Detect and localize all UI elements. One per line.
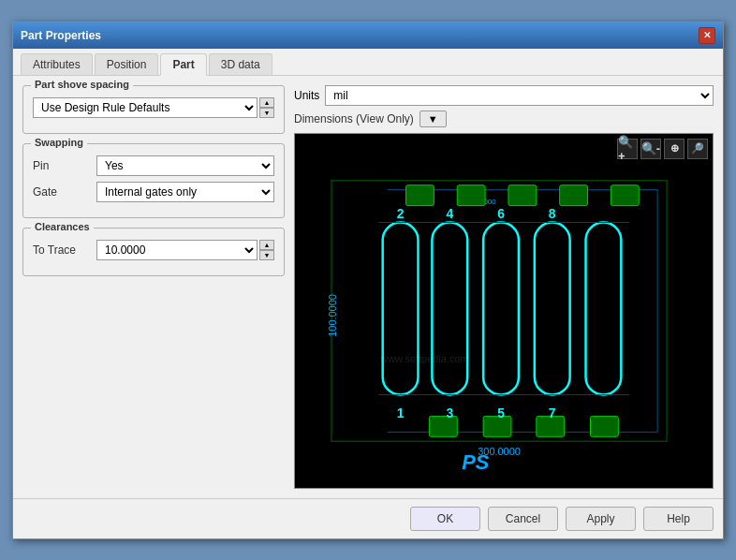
- pcb-svg: 300.0000 100.0000 100.0000: [295, 134, 713, 488]
- dimensions-label: Dimensions (View Only): [294, 112, 414, 125]
- part-shove-select[interactable]: Use Design Rule Defaults Custom: [33, 97, 258, 118]
- left-panel: Part shove spacing Use Design Rule Defau…: [22, 85, 285, 489]
- part-shove-label: Part shove spacing: [31, 79, 133, 90]
- gate-wrapper: Internal gates only All gates No: [96, 182, 274, 202]
- main-window: Part Properties ✕ Attributes Position Pa…: [12, 22, 724, 539]
- clearances-label: Clearances: [31, 221, 94, 232]
- units-row: Units mil mm inch: [294, 85, 714, 106]
- zoom-controls: 🔍+ 🔍- ⊕ 🔎: [617, 139, 708, 159]
- to-trace-down[interactable]: ▼: [259, 250, 274, 260]
- units-select[interactable]: mil mm inch: [325, 85, 714, 106]
- zoom-area-button[interactable]: 🔎: [687, 139, 708, 159]
- svg-text:4: 4: [446, 205, 453, 220]
- title-bar: Part Properties ✕: [13, 22, 723, 49]
- svg-rect-10: [457, 184, 485, 205]
- window-title: Part Properties: [21, 29, 101, 42]
- svg-text:8: 8: [549, 205, 556, 220]
- units-label: Units: [294, 89, 319, 102]
- tab-position[interactable]: Position: [95, 53, 159, 75]
- cancel-button[interactable]: Cancel: [488, 507, 558, 531]
- title-bar-buttons: ✕: [699, 27, 715, 44]
- tab-part[interactable]: Part: [160, 53, 206, 76]
- pin-wrapper: Yes No: [96, 155, 274, 176]
- part-shove-spinner: ▲ ▼: [259, 97, 274, 118]
- to-trace-spinner: ▲ ▼: [259, 240, 274, 260]
- svg-text:7: 7: [549, 405, 556, 420]
- part-shove-down[interactable]: ▼: [259, 108, 274, 118]
- to-trace-up[interactable]: ▲: [259, 240, 274, 250]
- svg-text:100.0000: 100.0000: [327, 294, 338, 337]
- svg-text:2: 2: [397, 205, 405, 220]
- zoom-out-button[interactable]: 🔍-: [640, 139, 661, 159]
- to-trace-select[interactable]: 10.0000 5.0000 20.0000: [96, 240, 258, 260]
- tab-3d-data[interactable]: 3D data: [209, 53, 272, 75]
- close-button[interactable]: ✕: [699, 27, 715, 44]
- zoom-in-button[interactable]: 🔍+: [617, 139, 638, 159]
- gate-label: Gate: [33, 185, 89, 199]
- svg-rect-12: [508, 184, 537, 205]
- swapping-group: Swapping Pin Yes No Gate Internal gates: [22, 143, 285, 218]
- svg-text:5: 5: [497, 405, 505, 420]
- zoom-fit-button[interactable]: ⊕: [664, 139, 684, 159]
- ok-button[interactable]: OK: [410, 507, 480, 531]
- help-button[interactable]: Help: [643, 507, 714, 531]
- svg-rect-14: [560, 184, 588, 205]
- to-trace-label: To Trace: [33, 243, 89, 257]
- part-shove-up[interactable]: ▲: [259, 97, 274, 108]
- svg-rect-24: [591, 416, 619, 436]
- pin-select[interactable]: Yes No: [96, 155, 274, 176]
- svg-text:PS: PS: [462, 450, 490, 474]
- svg-rect-16: [611, 184, 639, 205]
- svg-text:1: 1: [397, 405, 405, 420]
- pin-label: Pin: [33, 159, 89, 172]
- swapping-label: Swapping: [31, 137, 87, 148]
- svg-text:6: 6: [497, 205, 505, 220]
- part-shove-wrapper: Use Design Rule Defaults Custom ▲ ▼: [33, 97, 274, 118]
- gate-select[interactable]: Internal gates only All gates No: [96, 182, 274, 202]
- right-panel: Units mil mm inch Dimensions (View Only)…: [294, 85, 714, 489]
- svg-rect-8: [406, 184, 434, 205]
- footer: OK Cancel Apply Help: [13, 498, 723, 538]
- apply-button[interactable]: Apply: [566, 507, 636, 531]
- to-trace-wrapper: 10.0000 5.0000 20.0000 ▲ ▼: [96, 240, 274, 260]
- dimensions-header: Dimensions (View Only) ▼: [294, 111, 714, 127]
- part-shove-group: Part shove spacing Use Design Rule Defau…: [22, 85, 285, 134]
- pcb-canvas-area: 🔍+ 🔍- ⊕ 🔎 300.0000 100.0000: [294, 133, 714, 489]
- svg-text:3: 3: [446, 405, 453, 420]
- tab-attributes[interactable]: Attributes: [21, 53, 93, 75]
- main-content: Part shove spacing Use Design Rule Defau…: [13, 76, 723, 498]
- clearances-group: Clearances To Trace 10.0000 5.0000 20.00…: [22, 228, 285, 276]
- dimensions-dropdown-button[interactable]: ▼: [420, 111, 447, 127]
- tabs-bar: Attributes Position Part 3D data: [13, 49, 723, 76]
- svg-text:www.softpedia.com: www.softpedia.com: [379, 352, 468, 363]
